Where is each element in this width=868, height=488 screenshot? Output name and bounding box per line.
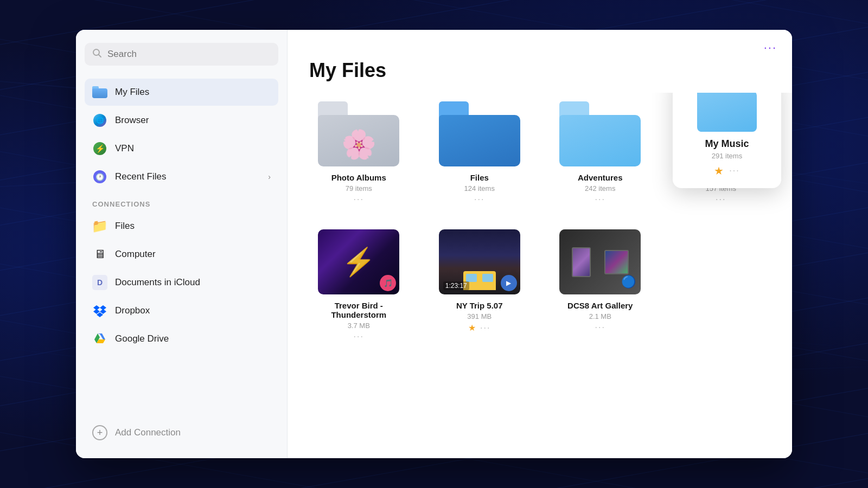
file-card-downloads[interactable]: Downloads 157 items ··· 3 My Music 291 i… [666,93,776,210]
chevron-down-icon: › [268,172,271,181]
folder-thumbnail-adventures [559,101,641,166]
sidebar-item-icloud[interactable]: D Documents in iCloud [85,269,278,296]
sidebar-item-label: Files [115,221,271,232]
star-icon[interactable]: ★ [714,164,724,177]
file-name: DCS8 Art Gallery [567,301,633,310]
sidebar-item-label: Recent Files [115,171,260,182]
file-options-button[interactable]: ··· [480,323,490,333]
icloud-icon: D [92,275,107,290]
sidebar-item-files[interactable]: 📁 Files [85,213,278,240]
main-content: ··· My Files 🌸 Photo Albums 79 items ··· [288,30,792,458]
browser-icon: 🌐 [92,113,107,128]
sidebar-item-label: My Files [115,87,271,98]
file-name: Photo Albums [331,173,386,182]
more-options-button[interactable]: ··· [764,41,777,55]
sidebar-item-gdrive[interactable]: Google Drive [85,325,278,352]
sidebar-item-recent-files[interactable]: 🕐 Recent Files › [85,163,278,190]
file-meta: 391 MB [467,312,492,320]
sidebar-item-vpn[interactable]: ⚡ VPN [85,135,278,162]
add-connection-button[interactable]: + Add Connection [85,419,278,446]
computer-icon: 🖥 [92,247,107,262]
video-duration: 1:23:17 [443,281,469,290]
file-options-button[interactable]: ··· [354,332,364,342]
sidebar-item-label: Dropbox [115,305,271,316]
file-card-ny-trip[interactable]: 1:23:17 ▶ NY Trip 5.07 391 MB ★ ··· [425,221,535,347]
search-bar[interactable] [85,43,278,66]
vpn-icon: ⚡ [92,141,107,156]
files-grid-container: 🌸 Photo Albums 79 items ··· Files 124 it… [288,93,792,458]
file-options-button[interactable]: ··· [474,195,484,204]
file-card-adventures[interactable]: Adventures 242 items ··· [545,93,655,210]
sidebar-item-label: Browser [115,115,271,126]
folder-thumbnail-photo-albums: 🌸 [318,101,399,166]
files-grid: 🌸 Photo Albums 79 items ··· Files 124 it… [304,93,776,347]
sidebar-item-label: VPN [115,143,271,154]
file-card-trevor-bird[interactable]: 🎵 Trevor Bird - Thunderstorm 3.7 MB ··· [304,221,414,347]
search-icon [92,48,102,60]
sidebar-item-label: Computer [115,249,271,260]
folder-thumbnail-files [439,101,520,166]
file-options-button[interactable]: ··· [595,195,605,204]
play-icon: ▶ [501,275,517,291]
file-meta: 124 items [464,184,495,192]
file-options-button[interactable]: ··· [716,195,726,204]
add-connection-label: Add Connection [115,427,271,438]
file-card-files[interactable]: Files 124 items ··· [425,93,535,210]
file-name: NY Trip 5.07 [456,301,503,310]
floating-card-name: My Music [705,138,749,150]
file-card-photo-albums[interactable]: 🌸 Photo Albums 79 items ··· [304,93,414,210]
dropbox-icon [92,303,107,318]
star-icon[interactable]: ★ [468,323,476,333]
file-name: Adventures [578,173,623,182]
app-badge-icon: 🔵 [621,275,637,291]
connections-section-label: CONNECTIONS [85,191,278,213]
page-title: My Files [288,55,792,93]
sidebar-item-browser[interactable]: 🌐 Browser [85,107,278,134]
sidebar-item-my-files[interactable]: My Files [85,79,278,106]
file-name: Trevor Bird - Thunderstorm [309,301,409,319]
file-card-dcs8[interactable]: 🔵 DCS8 Art Gallery 2.1 MB ··· [545,221,655,347]
my-files-icon [92,85,107,100]
gdrive-icon [92,331,107,346]
file-meta: 79 items [346,184,372,192]
recent-files-icon: 🕐 [92,169,107,184]
sidebar-item-computer[interactable]: 🖥 Computer [85,241,278,268]
media-thumbnail-trevor-bird: 🎵 [318,229,399,294]
my-music-folder-icon [697,93,757,132]
music-badge-icon: 🎵 [380,275,396,291]
top-bar: ··· [288,30,792,55]
search-input[interactable] [107,49,271,60]
file-meta: 3.7 MB [348,322,370,330]
floating-card-my-music: 3 My Music 291 items ★ ··· [673,93,781,188]
file-options-button[interactable]: ··· [354,195,364,204]
floating-card-actions: ★ ··· [714,164,739,177]
media-thumbnail-dcs8: 🔵 [559,229,641,294]
file-meta: 242 items [585,184,615,192]
floating-more-button[interactable]: ··· [729,166,739,176]
sidebar: My Files 🌐 Browser ⚡ VPN 🕐 Recent Files … [76,30,288,458]
files-folder-icon: 📁 [92,219,107,234]
sidebar-item-dropbox[interactable]: Dropbox [85,297,278,324]
add-icon: + [92,425,107,440]
file-options-button[interactable]: ··· [595,323,605,332]
sidebar-item-label: Documents in iCloud [115,277,271,288]
file-name: Files [470,173,489,182]
app-window: My Files 🌐 Browser ⚡ VPN 🕐 Recent Files … [76,30,792,458]
file-meta: 2.1 MB [589,312,611,320]
sidebar-item-label: Google Drive [115,333,271,344]
media-thumbnail-ny-trip: 1:23:17 ▶ [439,229,520,294]
floating-card-meta: 291 items [712,152,742,160]
